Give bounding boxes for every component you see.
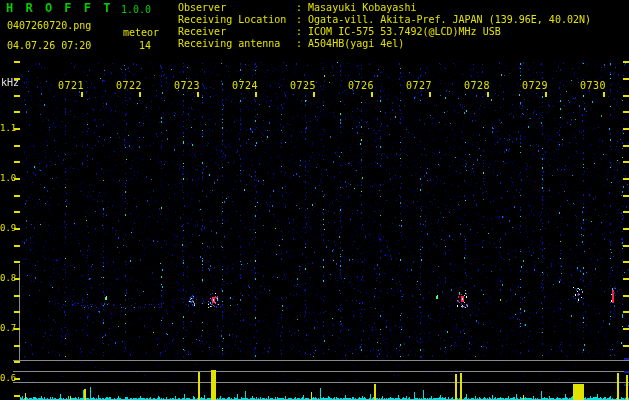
info-label: Receiving antenna bbox=[178, 38, 296, 50]
info-value: A504HB(yagi 4el) bbox=[308, 38, 404, 49]
time-tick-label: 0728 bbox=[464, 80, 490, 91]
hrofft-output-image: H R O F F T 1.0.0 0407260720.png meteor … bbox=[0, 0, 629, 400]
time-tick-label: 0722 bbox=[116, 80, 142, 91]
freq-tick-label: 0.9 bbox=[0, 223, 17, 233]
freq-tick-label: 0.6 bbox=[0, 373, 17, 383]
info-value: Masayuki Kobayashi bbox=[308, 2, 416, 13]
time-tick-label: 0727 bbox=[406, 80, 432, 91]
info-colon: : bbox=[296, 26, 308, 37]
app-title: H R O F F T bbox=[6, 3, 113, 14]
time-tick-label: 0721 bbox=[58, 80, 84, 91]
info-label: Receiving Location bbox=[178, 14, 296, 26]
time-tick-label: 0724 bbox=[232, 80, 258, 91]
freq-tick-label: 0.7 bbox=[0, 323, 17, 333]
freq-tick-label: 0.8 bbox=[0, 273, 17, 283]
time-tick-label: 0729 bbox=[522, 80, 548, 91]
time-tick-label: 0726 bbox=[348, 80, 374, 91]
station-info-row: Receiver: ICOM IC-575 53.7492(@LCD)MHz U… bbox=[178, 26, 591, 38]
freq-tick-label: 1.1 bbox=[0, 123, 17, 133]
station-info-row: Receiving antenna: A504HB(yagi 4el) bbox=[178, 38, 591, 50]
time-tick-label: 0725 bbox=[290, 80, 316, 91]
info-label: Receiver bbox=[178, 26, 296, 38]
meteor-count: 14 bbox=[139, 40, 151, 51]
observation-mode: meteor bbox=[123, 27, 159, 38]
observation-datetime: 04.07.26 07:20 bbox=[7, 40, 91, 51]
app-version: 1.0.0 bbox=[121, 4, 151, 15]
info-colon: : bbox=[296, 38, 308, 49]
info-value: Ogata-vill. Akita-Pref. JAPAN (139.96E, … bbox=[308, 14, 591, 25]
freq-unit-label: kHz bbox=[1, 77, 19, 88]
info-label: Observer bbox=[178, 2, 296, 14]
time-tick-label: 0730 bbox=[580, 80, 606, 91]
info-colon: : bbox=[296, 2, 308, 13]
time-tick-label: 0723 bbox=[174, 80, 200, 91]
info-colon: : bbox=[296, 14, 308, 25]
spectrogram-canvas bbox=[0, 0, 629, 400]
output-filename: 0407260720.png bbox=[7, 20, 91, 31]
station-info-block: Observer: Masayuki KobayashiReceiving Lo… bbox=[178, 2, 591, 50]
info-value: ICOM IC-575 53.7492(@LCD)MHz USB bbox=[308, 26, 501, 37]
station-info-row: Observer: Masayuki Kobayashi bbox=[178, 2, 591, 14]
freq-tick-label: 1.0 bbox=[0, 173, 17, 183]
station-info-row: Receiving Location: Ogata-vill. Akita-Pr… bbox=[178, 14, 591, 26]
